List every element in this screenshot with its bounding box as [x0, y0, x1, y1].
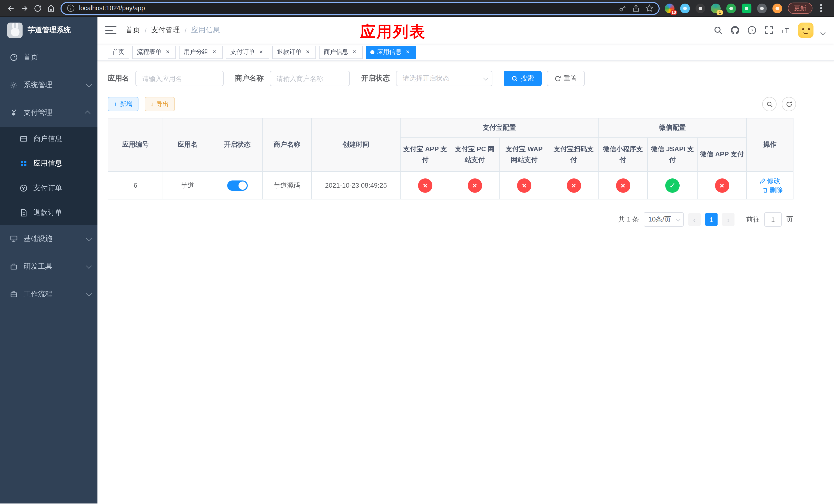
alipay-scan-status-off-icon: ×: [567, 178, 581, 192]
forward-icon[interactable]: [18, 2, 31, 15]
tab-user-group[interactable]: 用户分组: [179, 45, 223, 59]
tab-close-icon[interactable]: [258, 48, 265, 55]
chevron-down-icon: [86, 82, 92, 87]
column-header-app-id: 应用编号: [108, 118, 163, 171]
yen-icon: [10, 109, 18, 117]
add-button[interactable]: + 新增: [108, 97, 138, 111]
search-button[interactable]: 搜索: [504, 71, 542, 86]
sidebar-item-dev-tools[interactable]: 研发工具: [0, 253, 97, 280]
column-header-wx-mini: 微信小程序支付: [598, 138, 648, 171]
page-number-button[interactable]: 1: [705, 213, 718, 226]
sidebar-item-home[interactable]: 首页: [0, 44, 97, 71]
tab-close-icon[interactable]: [351, 48, 358, 55]
filter-form: 应用名 商户名称 开启状态 请选择开启状态: [108, 71, 796, 86]
column-header-alipay-wap: 支付宝 WAP 网站支付: [499, 138, 549, 171]
goto-suffix: 页: [786, 215, 793, 224]
info-icon[interactable]: [67, 4, 75, 12]
document-icon: [20, 209, 28, 217]
tab-pay-orders[interactable]: 支付订单: [226, 45, 269, 59]
sidebar-toggle-icon[interactable]: [105, 26, 116, 35]
breadcrumb-home[interactable]: 首页: [126, 26, 140, 35]
tab-app-info[interactable]: 应用信息: [366, 45, 416, 59]
tab-merchant-info[interactable]: 商户信息: [319, 45, 363, 59]
cell-app-id: 6: [108, 171, 163, 199]
status-select[interactable]: 请选择开启状态: [396, 71, 492, 86]
tab-home[interactable]: 首页: [108, 45, 129, 59]
share-icon[interactable]: [632, 4, 640, 12]
extension-icon-8[interactable]: [772, 3, 782, 13]
extension-icon-6[interactable]: [742, 3, 751, 13]
sidebar-item-payment[interactable]: 支付管理: [0, 99, 97, 127]
sidebar-item-workflow[interactable]: 工作流程: [0, 280, 97, 308]
sidebar-menu: 首页 系统管理 支付管理: [0, 44, 97, 308]
prev-page-button[interactable]: ‹: [688, 213, 701, 226]
monitor-icon: [10, 235, 18, 243]
alipay-wap-status-off-icon: ×: [517, 178, 531, 192]
tab-process-form[interactable]: 流程表单: [132, 45, 176, 59]
column-header-alipay-scan: 支付宝扫码支付: [549, 138, 598, 171]
cell-created: 2021-10-23 08:49:25: [312, 171, 400, 199]
tab-close-icon[interactable]: [404, 48, 411, 55]
avatar-caret-icon[interactable]: [820, 30, 826, 35]
sidebar-item-infrastructure[interactable]: 基础设施: [0, 225, 97, 253]
sidebar-item-app-info[interactable]: 应用信息: [0, 151, 97, 176]
extension-icon-5[interactable]: [726, 3, 736, 13]
browser-menu-icon[interactable]: [818, 4, 824, 12]
extension-icon-7[interactable]: [757, 3, 767, 13]
edit-button[interactable]: 修改: [760, 176, 781, 185]
chevron-down-icon: [676, 217, 680, 222]
reset-button[interactable]: 重置: [547, 71, 585, 86]
group-header-alipay: 支付宝配置: [400, 118, 598, 138]
avatar[interactable]: [798, 23, 813, 38]
key-icon[interactable]: [619, 4, 627, 12]
download-icon: ↓: [151, 100, 154, 108]
browser-update-button[interactable]: 更新: [788, 3, 812, 14]
tab-refund-orders[interactable]: 退款订单: [272, 45, 316, 59]
breadcrumb-app-info: 应用信息: [191, 26, 220, 35]
back-icon[interactable]: [4, 2, 18, 15]
search-icon[interactable]: [714, 26, 723, 35]
address-bar[interactable]: localhost:1024/pay/app: [61, 2, 660, 15]
toggle-search-button[interactable]: [762, 97, 776, 111]
app-navbar: 首页 / 支付管理 / 应用信息 应用列表 ?: [97, 17, 834, 44]
sidebar: 芋道管理系统 首页 系统管理: [0, 17, 97, 503]
goto-page-input[interactable]: [764, 212, 782, 227]
sidebar-item-system[interactable]: 系统管理: [0, 71, 97, 99]
app-logo-image: [7, 23, 23, 38]
refresh-button[interactable]: [782, 97, 796, 111]
export-button[interactable]: ↓ 导出: [145, 97, 175, 111]
github-icon[interactable]: [730, 26, 740, 35]
tab-close-icon[interactable]: [211, 48, 218, 55]
reload-icon[interactable]: [31, 2, 44, 15]
url-text[interactable]: localhost:1024/pay/app: [79, 5, 613, 12]
sidebar-item-merchant-info[interactable]: 商户信息: [0, 127, 97, 151]
browser-toolbar: localhost:1024/pay/app 10 1 更: [0, 0, 834, 17]
extension-icon-4[interactable]: 1: [711, 3, 721, 13]
sidebar-item-refund-orders[interactable]: 退款订单: [0, 201, 97, 225]
breadcrumb-payment[interactable]: 支付管理: [151, 26, 180, 35]
extension-icon-3[interactable]: [696, 3, 705, 13]
tab-close-icon[interactable]: [164, 48, 171, 55]
home-icon[interactable]: [44, 2, 58, 15]
merchant-name-input[interactable]: [270, 71, 350, 86]
app-name-input[interactable]: [135, 71, 224, 86]
status-toggle[interactable]: [227, 180, 247, 190]
wx-jsapi-status-on-icon: ✓: [665, 178, 680, 192]
plus-icon: +: [114, 100, 117, 108]
page-size-select[interactable]: 10条/页: [644, 212, 684, 227]
alipay-pc-status-off-icon: ×: [467, 178, 482, 192]
tab-close-icon[interactable]: [304, 48, 311, 55]
column-header-merchant: 商户名称: [262, 118, 312, 171]
delete-button[interactable]: 删除: [762, 185, 783, 194]
merchant-name-label: 商户名称: [235, 74, 264, 83]
sidebar-item-pay-orders[interactable]: 支付订单: [0, 176, 97, 201]
order-icon: [20, 184, 28, 192]
bookmark-star-icon[interactable]: [645, 4, 654, 12]
fullscreen-icon[interactable]: [764, 26, 773, 35]
page-content: 应用名 商户名称 开启状态 请选择开启状态: [97, 61, 834, 503]
help-icon[interactable]: ?: [747, 26, 756, 35]
font-size-icon[interactable]: TT: [781, 26, 790, 35]
next-page-button[interactable]: ›: [722, 213, 734, 226]
extension-icon-2[interactable]: [680, 3, 690, 13]
extension-icon-1[interactable]: 10: [665, 3, 675, 13]
